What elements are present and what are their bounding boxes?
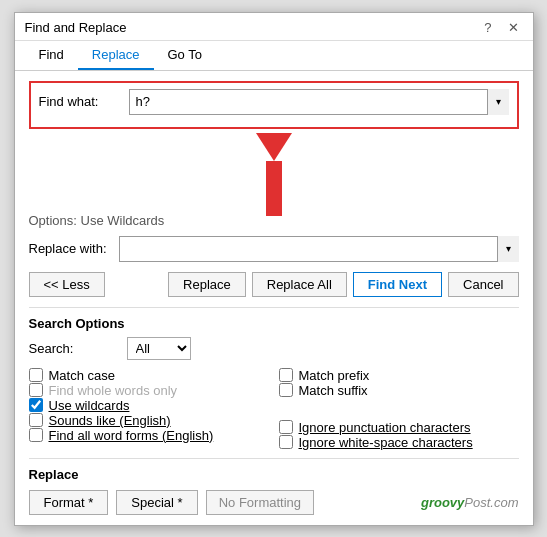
find-next-button[interactable]: Find Next — [353, 272, 442, 297]
dialog-content: Find what: ▾ Options: Use Wildcards Repl… — [15, 71, 533, 525]
ignore-punct-label[interactable]: Ignore punctuation characters — [299, 420, 471, 435]
replace-field-row: Replace with: ▾ — [29, 236, 519, 262]
brand-highlight: groovy — [421, 495, 464, 510]
arrow-head — [256, 133, 292, 161]
tab-find[interactable]: Find — [25, 41, 78, 70]
match-prefix-label[interactable]: Match prefix — [299, 368, 370, 383]
search-label: Search: — [29, 341, 119, 356]
tab-goto[interactable]: Go To — [154, 41, 216, 70]
replace-input[interactable] — [119, 236, 519, 262]
action-buttons: << Less Replace Replace All Find Next Ca… — [29, 272, 519, 297]
match-case-label[interactable]: Match case — [49, 368, 115, 383]
find-whole-words-row: Find whole words only — [29, 383, 269, 398]
match-case-checkbox[interactable] — [29, 368, 43, 382]
ignore-punct-checkbox[interactable] — [279, 420, 293, 434]
special-button[interactable]: Special * — [116, 490, 197, 515]
search-options-title: Search Options — [29, 307, 519, 331]
sounds-like-label[interactable]: Sounds like (English) — [49, 413, 171, 428]
find-all-word-forms-checkbox[interactable] — [29, 428, 43, 442]
find-field-row: Find what: ▾ — [39, 89, 509, 115]
arrow-shaft — [266, 161, 282, 216]
dialog-title: Find and Replace — [25, 20, 127, 35]
sounds-like-row: Sounds like (English) — [29, 413, 269, 428]
find-label: Find what: — [39, 94, 129, 109]
search-select[interactable]: All Up Down — [127, 337, 191, 360]
replace-section: Replace Format * Special * No Formatting… — [29, 458, 519, 515]
find-all-word-forms-label[interactable]: Find all word forms (English) — [49, 428, 214, 443]
ignore-whitespace-label[interactable]: Ignore white-space characters — [299, 435, 473, 450]
find-whole-words-checkbox[interactable] — [29, 383, 43, 397]
annotation-arrow — [29, 133, 519, 213]
title-bar: Find and Replace ? ✕ — [15, 13, 533, 41]
use-wildcards-label[interactable]: Use wildcards — [49, 398, 130, 413]
search-row: Search: All Up Down — [29, 337, 519, 360]
replace-section-title: Replace — [29, 467, 519, 482]
replace-input-wrap: ▾ — [119, 236, 519, 262]
no-formatting-button[interactable]: No Formatting — [206, 490, 314, 515]
ignore-whitespace-row: Ignore white-space characters — [279, 435, 519, 450]
col-left: Match case Find whole words only Use wil… — [29, 368, 269, 450]
match-suffix-checkbox[interactable] — [279, 383, 293, 397]
replace-dropdown-arrow[interactable]: ▾ — [497, 236, 519, 262]
match-prefix-checkbox[interactable] — [279, 368, 293, 382]
replace-label: Replace with: — [29, 241, 119, 256]
find-all-word-forms-row: Find all word forms (English) — [29, 428, 269, 443]
format-button[interactable]: Format * — [29, 490, 109, 515]
match-suffix-label[interactable]: Match suffix — [299, 383, 368, 398]
find-replace-dialog: Find and Replace ? ✕ Find Replace Go To … — [14, 12, 534, 526]
close-button[interactable]: ✕ — [504, 19, 523, 36]
tab-replace[interactable]: Replace — [78, 41, 154, 70]
replace-button[interactable]: Replace — [168, 272, 246, 297]
find-dropdown-arrow[interactable]: ▾ — [487, 89, 509, 115]
options-grid: Match case Find whole words only Use wil… — [29, 368, 519, 450]
less-button[interactable]: << Less — [29, 272, 105, 297]
red-arrow — [256, 133, 292, 216]
use-wildcards-row: Use wildcards — [29, 398, 269, 413]
find-input[interactable] — [129, 89, 509, 115]
replace-all-button[interactable]: Replace All — [252, 272, 347, 297]
ignore-whitespace-checkbox[interactable] — [279, 435, 293, 449]
replace-section-buttons: Format * Special * No Formatting groovyP… — [29, 490, 519, 515]
col-right: Match prefix Match suffix Ignore punctua… — [279, 368, 519, 450]
title-bar-controls: ? ✕ — [480, 19, 522, 36]
tabs-bar: Find Replace Go To — [15, 41, 533, 71]
ignore-punct-row: Ignore punctuation characters — [279, 420, 519, 435]
use-wildcards-checkbox[interactable] — [29, 398, 43, 412]
sounds-like-checkbox[interactable] — [29, 413, 43, 427]
find-whole-words-label[interactable]: Find whole words only — [49, 383, 178, 398]
find-highlight-box: Find what: ▾ — [29, 81, 519, 129]
cancel-button[interactable]: Cancel — [448, 272, 518, 297]
match-suffix-row: Match suffix — [279, 383, 519, 398]
match-prefix-row: Match prefix — [279, 368, 519, 383]
match-case-row: Match case — [29, 368, 269, 383]
help-button[interactable]: ? — [480, 19, 495, 36]
brand-text: groovyPost.com — [421, 495, 519, 510]
find-input-wrap: ▾ — [129, 89, 509, 115]
